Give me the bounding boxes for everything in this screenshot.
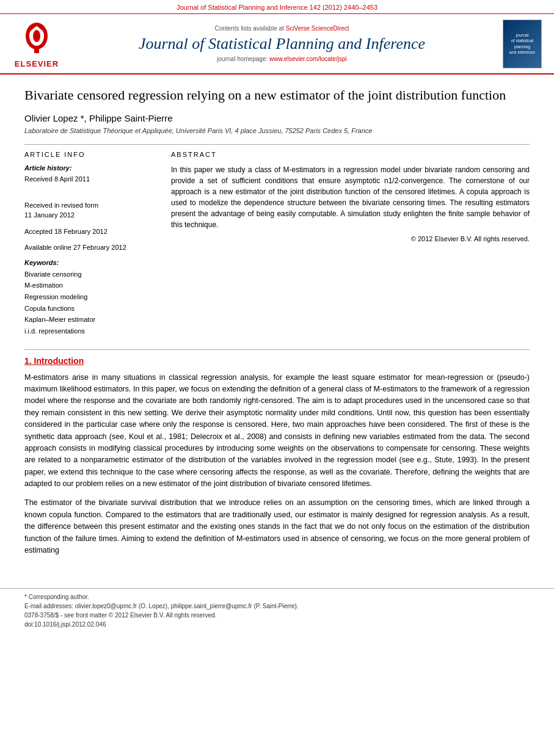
license-note: 0378-3758/$ - see front matter © 2012 El… <box>24 612 530 619</box>
elsevier-wordmark: ELSEVIER <box>15 59 59 68</box>
keywords-label: Keywords: <box>24 259 153 266</box>
keyword-item: Bivariate censoring <box>24 269 153 280</box>
history-label: Article history: <box>24 164 153 172</box>
sciverse-line: Contents lists available at SciVerse Sci… <box>71 25 493 32</box>
article-info-heading: ARTICLE INFO <box>24 151 153 158</box>
journal-cover-image: journal of statistical planning and infe… <box>503 20 542 68</box>
received-date: Received 8 April 2011 <box>24 174 153 184</box>
revised-date: Received in revised form 11 January 2012 <box>24 190 153 220</box>
intro-section-title: 1. Introduction <box>24 356 530 366</box>
affiliation: Laboratoire de Statistique Théorique et … <box>24 127 530 134</box>
journal-citation-text: Journal of Statistical Planning and Infe… <box>177 4 377 11</box>
section-divider-2 <box>24 349 530 350</box>
keyword-item: i.i.d. representations <box>24 325 153 337</box>
doi-note: doi:10.1016/j.jspi.2012.02.046 <box>24 621 530 628</box>
accepted-date: Accepted 18 February 2012 <box>24 227 153 237</box>
elsevier-tree-icon <box>17 19 56 58</box>
keywords-list: Bivariate censoringM-estimationRegressio… <box>24 269 153 337</box>
authors: Olivier Lopez *, Philippe Saint-Pierre <box>24 113 530 123</box>
svg-point-3 <box>33 30 40 42</box>
intro-paragraph-1: M-estimators arise in many situations in… <box>24 372 530 490</box>
info-abstract-row: ARTICLE INFO Article history: Received 8… <box>24 151 530 337</box>
elsevier-logo: ELSEVIER <box>12 19 61 68</box>
journal-citation-bar: Journal of Statistical Planning and Infe… <box>0 0 554 14</box>
main-content: Bivariate censored regression relying on… <box>0 75 554 576</box>
sciverse-link[interactable]: SciVerse ScienceDirect <box>286 25 349 32</box>
journal-header: ELSEVIER Contents lists available at Sci… <box>0 14 554 75</box>
footer: * Corresponding author. E-mail addresses… <box>0 588 554 633</box>
article-info-column: ARTICLE INFO Article history: Received 8… <box>24 151 153 337</box>
email-note: E-mail addresses: olivier.lopez0@upmc.fr… <box>24 603 530 609</box>
journal-homepage: journal homepage: www.elsevier.com/locat… <box>71 56 493 62</box>
copyright-notice: © 2012 Elsevier B.V. All rights reserved… <box>171 235 530 242</box>
corresponding-author-note: * Corresponding author. <box>24 594 530 600</box>
keyword-item: M-estimation <box>24 280 153 291</box>
article-title: Bivariate censored regression relying on… <box>24 87 530 104</box>
cover-text: journal of statistical planning and infe… <box>509 32 535 54</box>
keyword-item: Copula functions <box>24 303 153 314</box>
journal-title-block: Contents lists available at SciVerse Sci… <box>71 25 493 62</box>
abstract-column: ABSTRACT In this paper we study a class … <box>171 151 530 337</box>
available-date: Available online 27 February 2012 <box>24 242 153 253</box>
abstract-text: In this paper we study a class of M-esti… <box>171 164 530 230</box>
section-divider <box>24 144 530 145</box>
intro-paragraph-2: The estimator of the bivariate survival … <box>24 497 530 556</box>
journal-homepage-link[interactable]: www.elsevier.com/locate/jspi <box>269 56 347 62</box>
keyword-item: Regression modeling <box>24 291 153 303</box>
abstract-heading: ABSTRACT <box>171 151 530 158</box>
journal-name: Journal of Statistical Planning and Infe… <box>71 34 493 53</box>
keyword-item: Kaplan–Meier estimator <box>24 314 153 325</box>
